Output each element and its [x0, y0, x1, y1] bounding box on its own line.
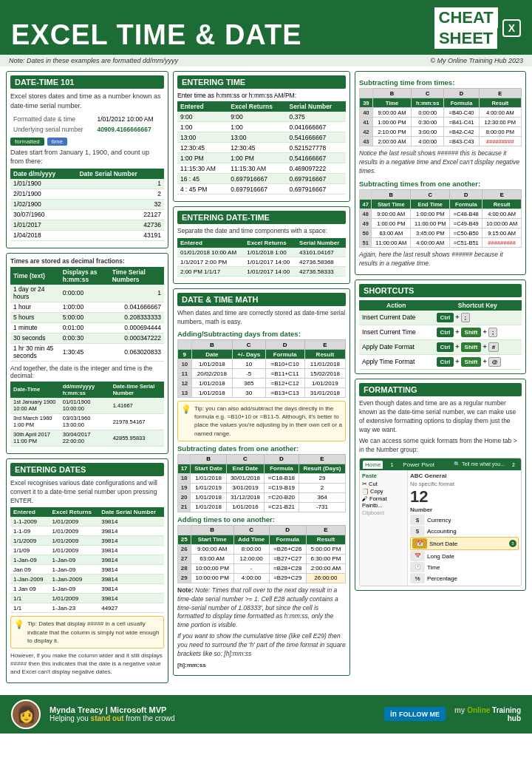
format-badge-3: 3 [509, 540, 516, 547]
accounting-option: $ Accounting [410, 526, 519, 536]
excel-number-format: ABC General No specific format 12 Number… [408, 470, 521, 586]
tip-box-1: 💡 Tip: Dates that display ##### in a cel… [10, 616, 164, 648]
kbd-combo-1: Ctrl + Shift + ; [437, 328, 498, 337]
footer-author-info: Mynda Treacy | Microsoft MVP Helping you… [50, 705, 375, 722]
kbd-combo-2: Ctrl + Shift + # [437, 342, 499, 352]
serial-row1-label: Formatted date & time [12, 115, 94, 123]
times-header-1: Displays as h:mm:ss [60, 267, 109, 285]
badge-formatted: formatted [10, 138, 44, 146]
sub-from-one-table: B C D E 47 Start Time End Time Formula R… [359, 189, 522, 248]
date-serial-header-1: Date Serial Number [76, 169, 164, 179]
date-time-math-section: DATE & TIME MATH When dates and time are… [173, 288, 350, 676]
page-footer: 👩 Mynda Treacy | Microsoft MVP Helping y… [0, 695, 532, 734]
entering-time-title: ENTERING TIME [177, 75, 346, 89]
date-row-4-0: 1/01/2017 [10, 220, 76, 230]
times-header-0: Time (text) [10, 267, 60, 285]
number-label: ABC General [410, 472, 519, 479]
shortcut-action-0: Insert Current Date [359, 311, 434, 325]
subtract-times-note: Notice the last result shows ###### this… [359, 149, 522, 176]
date-row-5-0: 1/04/2018 [10, 230, 76, 240]
subheader: Note: Dates in these examples are format… [0, 55, 532, 67]
shortcut-table: Action Shortcut Key Insert Current Date … [359, 300, 522, 370]
datetime-101-desc1: Excel stores dates and time as a number … [10, 92, 164, 110]
date-row-0-1: 1 [76, 179, 164, 189]
subtract-times-section: Subtracting time from times: B C D E 39 … [355, 71, 526, 274]
date-row-1-1: 2 [76, 189, 164, 199]
excel-badge: X [502, 19, 521, 37]
badge-time: time [47, 138, 67, 146]
serial-row2-label: Underlying serial number [12, 125, 94, 134]
entering-dates-note: However, if you make the column wider an… [10, 651, 164, 677]
datetime-101-section: DATE-TIME 101 Excel stores dates and tim… [6, 71, 168, 248]
long-date-option: 📅 Long Date [410, 551, 519, 561]
serial-row2-val: 40909.4166666667 [95, 125, 163, 134]
datetime-101-title: DATE-TIME 101 [10, 75, 164, 89]
entering-datetime-title: ENTERING DATE-TIME [177, 211, 346, 224]
tip-icon-math: 💡 [181, 404, 191, 438]
tip-text-math: Tip: you can also add/subtract the days … [194, 404, 342, 438]
linkedin-button[interactable]: in FOLLOW ME [384, 707, 446, 721]
tip-text-1: Tip: Dates that display ##### in a cell … [27, 620, 160, 645]
formatting-desc2: We can access some quick formats from th… [359, 437, 522, 455]
datetime-101-desc2: Dates start from January 1, 1900, and co… [10, 148, 164, 166]
tip-box-math: 💡 Tip: you can also add/subtract the day… [177, 401, 346, 441]
times-header-2: Time Serial Numbers [109, 267, 164, 285]
author-avatar: 👩 [11, 699, 41, 729]
date-time-math-title: DATE & TIME MATH [177, 293, 346, 306]
formatting-desc1: Even though dates and time are as a regu… [359, 399, 522, 435]
date-row-2-0: 1/02/1900 [10, 199, 76, 209]
ribbon-pivot-tab[interactable]: Power Pivot [400, 461, 437, 469]
shortcut-action-1: Insert Current Time [359, 325, 434, 339]
time-option: 🕐 Time [410, 562, 519, 572]
decimal-table: Date-Time dd/mm/yyyy h:mm:ss Date-time S… [10, 382, 164, 447]
excel-clipboard: Paste ✂ Cut 📋 Copy 🖌 Format Paintb... Cl… [360, 470, 408, 586]
serial-row1-val: 1/01/2012 10:00 AM [95, 115, 163, 123]
sub-from-note2: Again, here the last result shows ######… [359, 251, 522, 268]
add-sub-table: B C D E 9 Date +/- Days Formula Result 1… [177, 339, 346, 398]
date-row-1-0: 2/01/1900 [10, 189, 76, 199]
date-row-5-1: 43191 [76, 230, 164, 240]
date-serial-table: Date d/m/yyyy Date Serial Number 1/01/19… [10, 169, 164, 241]
entering-dates-section: ENTERING DATES Excel recognises various … [6, 458, 168, 683]
sub-from-one-title: Subtracting times from one another: [359, 180, 522, 188]
ribbon-badge-1: 1 [387, 460, 396, 469]
ribbon-badge-2: 2 [509, 460, 518, 469]
times-section: Times are stored as decimal fractions: T… [6, 253, 168, 454]
cheat-text: CHEAT [434, 7, 498, 28]
date-row-2-1: 32 [76, 199, 164, 209]
footer-tagline: Helping you stand out from the crowd [50, 714, 375, 722]
entering-dates-title: ENTERING DATES [10, 463, 164, 476]
shortcut-action-3: Apply Time Format [359, 354, 434, 369]
percentage-option: % Percentage [410, 573, 519, 583]
excel-body: Paste ✂ Cut 📋 Copy 🖌 Format Paintb... Cl… [360, 470, 521, 586]
left-column: DATE-TIME 101 Excel stores dates and tim… [6, 71, 168, 687]
date-serial-header-0: Date d/m/yyyy [10, 169, 76, 179]
tip-icon-1: 💡 [14, 620, 24, 645]
subtract-times-table: B C D E 39 Time h:mm:ss Formula Result 4… [359, 88, 522, 146]
ribbon-home-tab[interactable]: Home [363, 461, 383, 469]
excel-ribbon: Home 1 Power Pivot 🔍 Tell me what you...… [360, 458, 521, 470]
shortcuts-title: SHORTCUTS [359, 284, 522, 297]
entering-datetime-table: Entered Excel Returns Serial Number 01/0… [177, 238, 346, 277]
entering-time-section: ENTERING TIME Enter time as h:mm:ss or h… [173, 71, 350, 202]
sheet-text: SHEET [434, 28, 497, 49]
subtract-times-title: Subtracting time from times: [359, 78, 522, 87]
excel-mockup: Home 1 Power Pivot 🔍 Tell me what you...… [359, 458, 522, 586]
currency-option: $ Currency [410, 515, 519, 525]
entering-datetime-desc: Separate the date and time components wi… [177, 227, 346, 236]
entering-datetime-section: ENTERING DATE-TIME Separate the date and… [173, 206, 350, 284]
standout-text: stand out [91, 714, 124, 722]
date-row-3-0: 30/07/1960 [10, 209, 76, 220]
cheat-sheet-text: CHEAT SHEET [434, 7, 498, 49]
add-sub-title: Adding/Subtracting days from dates: [177, 330, 346, 338]
main-content: DATE-TIME 101 Excel stores dates and tim… [0, 67, 532, 691]
add-times-title: Adding times to one another: [177, 515, 346, 524]
follow-me-text: FOLLOW ME [399, 711, 440, 718]
times-table: Time (text) Displays as h:mm:ss Time Ser… [10, 267, 164, 362]
serial-number-table: Formatted date & time 1/01/2012 10:00 AM… [10, 113, 164, 135]
sub-dates-title: Subtracting dates from one another: [177, 444, 346, 453]
formatting-section: FORMATTING Even though dates and time ar… [355, 379, 526, 591]
shortcut-action-2: Apply Date Format [359, 339, 434, 354]
ribbon-tell-me[interactable]: 🔍 Tell me what you... [454, 461, 505, 467]
kbd-combo-3: Ctrl + Shift + @ [437, 357, 502, 367]
